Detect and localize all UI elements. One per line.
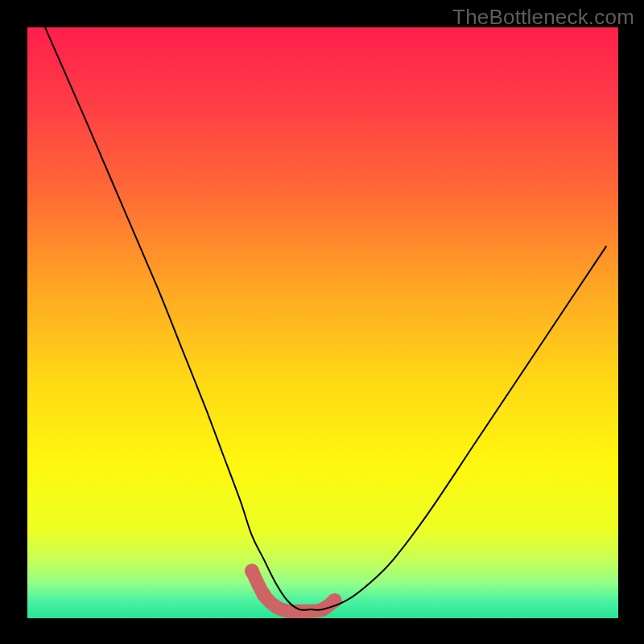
svg-point-0 <box>245 564 259 578</box>
svg-point-1 <box>257 588 271 602</box>
chart-frame: TheBottleneck.com <box>0 0 644 644</box>
plot-area <box>27 27 618 618</box>
watermark-label: TheBottleneck.com <box>452 5 634 30</box>
gradient-background <box>27 27 618 618</box>
bottleneck-chart <box>27 27 618 618</box>
